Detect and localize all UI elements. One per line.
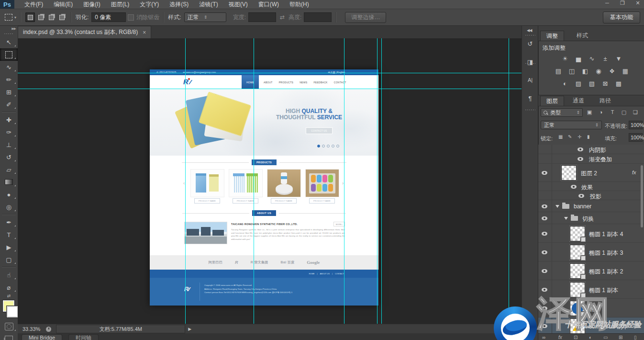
shape-tool[interactable]: ▢ (0, 253, 18, 266)
gradient-map-icon[interactable]: ▩ (612, 79, 625, 88)
screen-mode-button[interactable] (0, 333, 18, 340)
lasso-tool[interactable]: ∿ (0, 61, 18, 73)
quick-selection-tool[interactable]: ✏ (0, 73, 18, 86)
panel-grip[interactable] (525, 109, 535, 112)
properties-panel-button[interactable]: ◨ (524, 57, 536, 67)
clone-stamp-tool[interactable]: ⊥ (0, 138, 18, 151)
zoom-level-field[interactable]: 33.33% (22, 326, 40, 332)
filter-pixel-layers-icon[interactable]: ▣ (585, 108, 594, 116)
visibility-eye-icon[interactable] (578, 194, 584, 198)
refine-edge-button[interactable]: 调整边缘… (345, 12, 386, 23)
layer-row-ellipse-copy[interactable]: 椭圆 1 副本 (538, 280, 644, 299)
pen-tool[interactable]: ✒ (0, 216, 18, 228)
levels-icon[interactable]: ▅ (572, 54, 585, 63)
menu-window[interactable]: 窗口(W) (253, 0, 284, 9)
guide-horizontal[interactable] (18, 73, 522, 73)
menu-select[interactable]: 选择(S) (164, 0, 194, 9)
visibility-eye-icon[interactable] (542, 250, 547, 254)
visibility-eye-icon[interactable] (542, 171, 547, 175)
guide-horizontal[interactable] (18, 89, 522, 89)
layer-mask-icon[interactable]: ⊡ (574, 335, 577, 340)
layer-thumbnail[interactable] (570, 301, 585, 316)
menu-filter[interactable]: 滤镜(T) (194, 0, 223, 9)
visibility-eye-icon[interactable] (542, 324, 547, 328)
menu-view[interactable]: 视图(V) (223, 0, 253, 9)
document-tab[interactable]: index.psd @ 33.3% (contact us 副本, RGB/8)… (18, 26, 151, 38)
filter-type-layers-icon[interactable]: T (608, 108, 617, 116)
document-close-icon[interactable]: × (143, 29, 146, 36)
tab-layers[interactable]: 图层 (540, 96, 564, 106)
menu-image[interactable]: 图像(I) (78, 0, 105, 9)
selective-color-icon[interactable]: ⊠ (599, 79, 611, 88)
layer-group-row-banner[interactable]: banner (538, 200, 644, 212)
guide-vertical[interactable] (377, 38, 378, 324)
menu-file[interactable]: 文件(F) (19, 0, 48, 9)
guide-vertical[interactable] (185, 38, 186, 324)
visibility-eye-icon[interactable] (542, 216, 547, 220)
hue-saturation-icon[interactable]: ▤ (552, 66, 565, 76)
layer-row-ellipse-copy3[interactable]: 椭圆 1 副本 3 (538, 243, 644, 261)
history-panel-button[interactable]: ↺ (524, 38, 536, 49)
crop-tool[interactable]: ⊞ (0, 86, 18, 98)
layer-filter-type-dropdown[interactable]: 类型 ⇕ (541, 108, 583, 117)
character-panel-button[interactable]: A| (524, 75, 536, 85)
layer-effect-row-gradient-overlay[interactable]: 渐变叠加 (538, 154, 644, 164)
history-brush-tool[interactable]: ↺ (0, 151, 18, 163)
delete-layer-icon[interactable]: ▯ (634, 335, 637, 340)
group-expand-icon[interactable] (555, 205, 559, 208)
swap-colors-icon[interactable]: ⇄ (0, 294, 18, 298)
menu-edit[interactable]: 编辑(E) (48, 0, 78, 9)
layer-row-ellipse-copy2[interactable]: 椭圆 1 副本 2 (538, 261, 644, 280)
curves-icon[interactable]: ∿ (586, 54, 598, 63)
photo-filter-icon[interactable]: ◉ (592, 66, 605, 76)
toolbar-grip[interactable] (4, 33, 14, 35)
vibrance-icon[interactable]: ▼ (612, 54, 625, 63)
status-menu-arrow-icon[interactable]: ▶ (188, 327, 191, 331)
layer-thumbnail[interactable] (570, 245, 585, 260)
style-dropdown[interactable]: 正常 ⇕ (184, 12, 226, 22)
visibility-eye-icon[interactable] (542, 232, 547, 236)
menu-type[interactable]: 文字(Y) (134, 0, 164, 9)
intersect-selection-mode-button[interactable] (57, 12, 67, 22)
paragraph-panel-button[interactable]: ¶ (524, 93, 536, 103)
color-balance-icon[interactable]: ◫ (566, 66, 578, 76)
new-selection-mode-button[interactable] (25, 12, 35, 22)
filter-adjustment-layers-icon[interactable]: ◑ (597, 108, 605, 116)
new-group-icon[interactable]: ▭ (603, 335, 608, 340)
blend-mode-dropdown[interactable]: 正常 ⇕ (541, 121, 602, 129)
link-layers-icon[interactable]: ∞ (542, 335, 545, 340)
eyedropper-tool[interactable]: ✐ (0, 98, 18, 111)
layer-thumbnail[interactable] (570, 226, 585, 241)
channel-mixer-icon[interactable]: ❖ (606, 66, 618, 76)
tool-preset-marquee-icon[interactable] (5, 14, 12, 21)
hand-tool[interactable]: ☝ (0, 269, 18, 281)
gradient-tool[interactable] (0, 176, 18, 188)
add-selection-mode-button[interactable] (36, 12, 45, 22)
zoom-tool[interactable]: ⌀ (0, 281, 18, 294)
invert-icon[interactable]: ◐ (559, 79, 571, 88)
tab-paths[interactable]: 路径 (594, 96, 617, 106)
menu-help[interactable]: 帮助(H) (284, 0, 314, 9)
black-white-icon[interactable]: ◧ (579, 66, 591, 76)
layer-row-ellipse-copy4[interactable]: 椭圆 1 副本 4 (538, 224, 644, 243)
guide-vertical[interactable] (381, 38, 382, 324)
panel-grip[interactable] (525, 34, 535, 37)
workspace-switcher-button[interactable]: 基本功能 (603, 11, 640, 23)
layer-thumbnail[interactable] (561, 165, 577, 181)
antialias-checkbox[interactable] (128, 14, 134, 21)
type-tool[interactable]: T (0, 228, 18, 241)
lock-all-icon[interactable]: ▮ (587, 134, 590, 139)
quick-mask-button[interactable] (0, 320, 18, 333)
lock-pixels-icon[interactable]: ✎ (568, 134, 572, 139)
layer-effects-header-row[interactable]: 效果 (538, 182, 644, 191)
tool-preset-caret-icon[interactable]: ▾ (14, 15, 16, 20)
visibility-eye-icon[interactable] (542, 306, 547, 310)
restore-icon[interactable]: ❐ (618, 0, 627, 6)
new-layer-icon[interactable]: ⊞ (619, 335, 622, 340)
threshold-icon[interactable]: ▧ (586, 79, 598, 88)
rectangular-marquee-tool[interactable] (0, 48, 18, 61)
tab-styles[interactable]: 样式 (571, 31, 594, 41)
visibility-eye-icon[interactable] (571, 185, 577, 189)
eraser-tool[interactable]: ▱ (0, 163, 18, 176)
color-lookup-icon[interactable]: ▦ (619, 66, 632, 76)
